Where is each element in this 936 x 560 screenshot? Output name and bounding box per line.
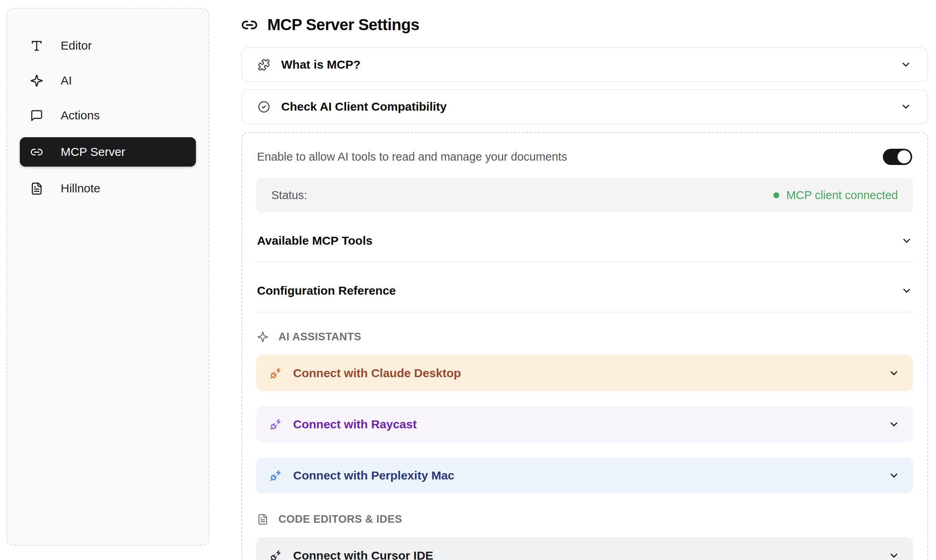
accordion-label: What is MCP? <box>281 58 361 71</box>
chevron-down-icon <box>888 368 900 379</box>
plug-zap-icon <box>270 418 282 430</box>
mcp-server-panel: Enable to allow AI tools to read and man… <box>241 132 928 560</box>
sidebar-item-editor[interactable]: Editor <box>20 33 196 59</box>
file-text-icon <box>257 514 269 525</box>
sidebar-item-label: MCP Server <box>61 145 125 159</box>
sidebar-item-hillnote[interactable]: Hillnote <box>20 175 196 201</box>
section-available-mcp-tools[interactable]: Available MCP Tools <box>256 234 913 263</box>
connect-label: Connect with Raycast <box>293 418 417 431</box>
page-title: MCP Server Settings <box>267 16 419 34</box>
chevron-down-icon <box>900 101 911 112</box>
chevron-down-icon <box>901 235 912 246</box>
sparkles-icon <box>257 331 269 343</box>
section-label: Available MCP Tools <box>257 234 372 247</box>
sidebar-item-label: AI <box>61 74 72 87</box>
status-value: MCP client connected <box>786 189 898 202</box>
accordion-label: Check AI Client Compatibility <box>281 100 447 113</box>
link-icon <box>241 17 258 33</box>
connect-perplexity-mac-button[interactable]: Connect with Perplexity Mac <box>256 457 913 493</box>
sidebar-item-label: Actions <box>61 109 100 122</box>
connect-label: Connect with Cursor IDE <box>293 549 433 560</box>
sidebar-item-actions[interactable]: Actions <box>20 102 196 128</box>
plug-zap-icon <box>270 549 282 560</box>
enable-description: Enable to allow AI tools to read and man… <box>257 150 567 163</box>
connect-label: Connect with Perplexity Mac <box>293 469 455 482</box>
chevron-down-icon <box>901 285 912 296</box>
circle-check-icon <box>258 101 270 113</box>
chevron-down-icon <box>888 419 900 430</box>
sidebar-item-label: Editor <box>61 39 92 52</box>
chevron-down-icon <box>888 550 900 560</box>
link-icon <box>30 146 43 159</box>
file-text-icon <box>30 182 43 195</box>
accordion-client-compatibility[interactable]: Check AI Client Compatibility <box>241 89 928 124</box>
status-indicator: MCP client connected <box>773 189 898 202</box>
status-dot-icon <box>773 192 779 198</box>
group-title: CODE EDITORS & IDES <box>278 513 402 525</box>
connect-claude-desktop-button[interactable]: Connect with Claude Desktop <box>256 355 913 391</box>
connect-raycast-button[interactable]: Connect with Raycast <box>256 406 913 442</box>
group-heading-code-editors: CODE EDITORS & IDES <box>256 513 913 525</box>
group-heading-ai-assistants: AI ASSISTANTS <box>256 331 913 343</box>
plug-zap-icon <box>270 367 282 379</box>
settings-sidebar: Editor AI Actions MCP Server Hillnote <box>6 8 209 546</box>
sidebar-item-label: Hillnote <box>61 182 100 195</box>
chevron-down-icon <box>888 470 900 481</box>
sidebar-item-mcp-server[interactable]: MCP Server <box>20 137 196 167</box>
section-configuration-reference[interactable]: Configuration Reference <box>256 284 913 313</box>
connect-label: Connect with Claude Desktop <box>293 366 461 380</box>
accordion-what-is-mcp[interactable]: What is MCP? <box>241 47 928 82</box>
puzzle-icon <box>258 59 270 71</box>
connect-cursor-ide-button[interactable]: Connect with Cursor IDE <box>256 537 913 560</box>
plug-zap-icon <box>270 469 282 481</box>
page-header: MCP Server Settings <box>241 16 928 34</box>
mcp-settings-page: MCP Server Settings What is MCP? Check A… <box>241 0 928 560</box>
sidebar-item-ai[interactable]: AI <box>20 67 196 94</box>
status-label: Status: <box>271 189 307 202</box>
message-square-icon <box>30 109 43 122</box>
sparkles-icon <box>30 74 43 87</box>
status-bar: Status: MCP client connected <box>256 178 913 213</box>
chevron-down-icon <box>900 59 911 70</box>
group-title: AI ASSISTANTS <box>278 331 361 343</box>
toggle-knob <box>898 150 911 163</box>
mcp-enable-toggle[interactable] <box>883 149 912 165</box>
type-icon <box>30 39 43 52</box>
section-label: Configuration Reference <box>257 284 396 297</box>
enable-row: Enable to allow AI tools to read and man… <box>256 149 913 165</box>
